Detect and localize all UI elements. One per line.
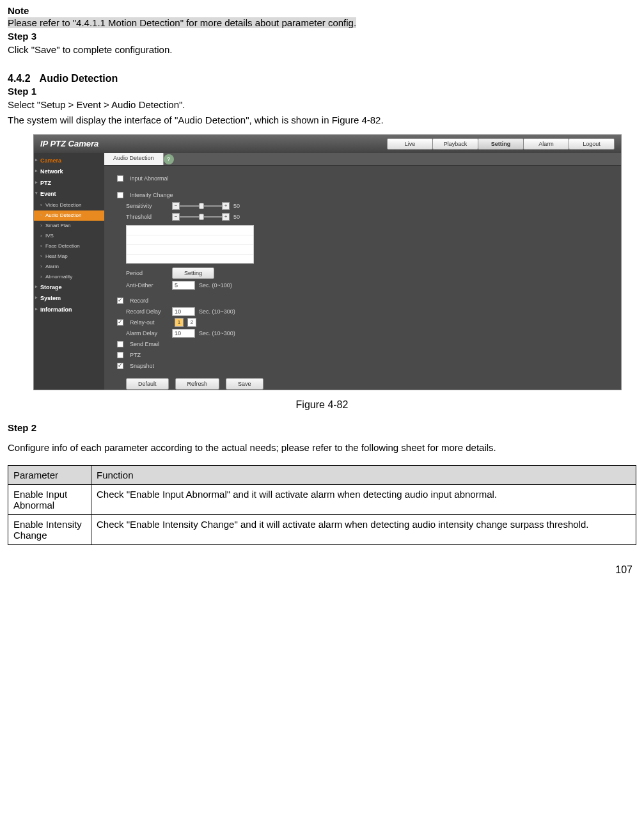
sidebar-item-audio-detection[interactable]: Audio Detection [34, 210, 104, 221]
checkbox-record[interactable] [117, 297, 123, 304]
top-nav: Live Playback Setting Alarm Logout [388, 138, 615, 150]
parameter-table: Parameter Function Enable Input Abnormal… [8, 465, 636, 545]
section-heading: 4.4.2Audio Detection [8, 73, 636, 84]
checkbox-snapshot[interactable] [117, 363, 123, 369]
minus-icon[interactable]: − [172, 213, 180, 221]
slider-sensitivity[interactable]: −+ [172, 203, 230, 209]
sidebar-item-smart-plan[interactable]: Smart Plan [34, 221, 104, 231]
checkbox-ptz[interactable] [117, 352, 123, 358]
label-intensity-change: Intensity Change [130, 192, 173, 198]
nav-live[interactable]: Live [387, 138, 433, 150]
cell-func: Check "Enable Input Abnormal" and it wil… [91, 485, 636, 515]
label-ptz: PTZ [130, 352, 141, 358]
anti-dither-input[interactable]: 5 [172, 281, 195, 290]
sidebar-item-system[interactable]: System [34, 293, 104, 305]
label-threshold: Threshold [126, 214, 168, 220]
app-logo: IP PTZ Camera [40, 139, 98, 148]
sidebar-item-ptz[interactable]: PTZ [34, 178, 104, 189]
step3-body: Click "Save" to complete configuration. [8, 43, 636, 58]
cell-param: Enable Intensity Change [8, 515, 91, 545]
form: Input Abnormal Intensity Change Sensitiv… [104, 166, 621, 396]
sidebar-item-network[interactable]: Network [34, 166, 104, 178]
checkbox-input-abnormal[interactable] [117, 175, 123, 182]
default-button[interactable]: Default [126, 378, 169, 390]
plus-icon[interactable]: + [222, 202, 230, 210]
sidebar-item-event[interactable]: Event [34, 189, 104, 200]
section-number: 4.4.2 [8, 73, 31, 84]
sidebar-item-storage[interactable]: Storage [34, 282, 104, 294]
nav-logout[interactable]: Logout [569, 138, 615, 150]
sensitivity-value: 50 [233, 203, 240, 209]
period-setting-button[interactable]: Setting [172, 267, 214, 279]
label-record: Record [130, 297, 148, 304]
checkbox-send-email[interactable] [117, 341, 123, 347]
table-row: Enable Input Abnormal Check "Enable Inpu… [8, 485, 636, 515]
step2-title: Step 2 [8, 422, 636, 433]
table-row: Enable Intensity Change Check "Enable In… [8, 515, 636, 545]
note-body: Please refer to "4.4.1.1 Motion Detectio… [8, 17, 356, 28]
figure-caption: Figure 4-82 [8, 399, 636, 411]
sidebar-item-information[interactable]: Information [34, 305, 104, 316]
sidebar-item-heat-map[interactable]: Heat Map [34, 251, 104, 262]
table-header-parameter: Parameter [8, 466, 91, 485]
step1-line1: Select "Setup > Event > Audio Detection"… [8, 98, 636, 113]
label-anti-dither: Anti-Dither [126, 282, 168, 289]
slider-threshold[interactable]: −+ [172, 214, 230, 220]
refresh-button[interactable]: Refresh [175, 378, 220, 390]
table-header-function: Function [91, 466, 636, 485]
sidebar-item-abnormality[interactable]: Abnormality [34, 272, 104, 282]
step1-line2: The system will display the interface of… [8, 113, 636, 128]
relay-1-button[interactable]: 1 [175, 318, 184, 327]
note-title: Note [8, 5, 636, 16]
titlebar: IP PTZ Camera Live Playback Setting Alar… [34, 135, 621, 153]
screenshot-figure: IP PTZ Camera Live Playback Setting Alar… [33, 134, 622, 390]
threshold-value: 50 [233, 214, 240, 220]
checkbox-intensity-change[interactable] [117, 192, 123, 198]
plus-icon[interactable]: + [222, 213, 230, 221]
label-record-delay: Record Delay [126, 308, 168, 315]
alarm-delay-input[interactable]: 10 [172, 329, 195, 338]
sidebar-item-face-detection[interactable]: Face Detection [34, 241, 104, 251]
label-relay-out: Relay-out [130, 319, 171, 326]
tab-audio-detection[interactable]: Audio Detection [104, 153, 164, 165]
label-alarm-delay: Alarm Delay [126, 330, 168, 337]
nav-playback[interactable]: Playback [432, 138, 478, 150]
sidebar: Camera Network PTZ Event Video Detection… [34, 153, 104, 390]
page-number: 107 [8, 564, 636, 576]
cell-func: Check "Enable Intensity Change" and it w… [91, 515, 636, 545]
save-button[interactable]: Save [226, 378, 263, 390]
waveform-chart [126, 225, 254, 264]
nav-setting[interactable]: Setting [478, 138, 524, 150]
alarm-delay-unit: Sec. (10~300) [199, 330, 235, 337]
nav-alarm[interactable]: Alarm [523, 138, 569, 150]
label-period: Period [126, 270, 168, 276]
minus-icon[interactable]: − [172, 202, 180, 210]
main-panel: Audio Detection ? Input Abnormal Intensi… [104, 153, 621, 390]
anti-dither-unit: Sec. (0~100) [199, 282, 232, 289]
step2-body: Configure info of each parameter accordi… [8, 441, 636, 456]
label-input-abnormal: Input Abnormal [130, 175, 169, 182]
label-sensitivity: Sensitivity [126, 203, 168, 209]
record-delay-input[interactable]: 10 [172, 307, 195, 316]
label-snapshot: Snapshot [130, 363, 154, 369]
checkbox-relay-out[interactable] [117, 319, 123, 326]
sidebar-item-video-detection[interactable]: Video Detection [34, 200, 104, 210]
section-title: Audio Detection [40, 73, 118, 84]
tabbar: Audio Detection ? [104, 153, 621, 166]
relay-2-button[interactable]: 2 [187, 318, 196, 327]
record-delay-unit: Sec. (10~300) [199, 308, 235, 315]
cell-param: Enable Input Abnormal [8, 485, 91, 515]
label-send-email: Send Email [130, 341, 159, 347]
sidebar-item-camera[interactable]: Camera [34, 155, 104, 167]
step3-title: Step 3 [8, 31, 636, 42]
sidebar-item-ivs[interactable]: IVS [34, 231, 104, 241]
sidebar-item-alarm[interactable]: Alarm [34, 262, 104, 272]
step1-title: Step 1 [8, 86, 636, 97]
help-icon[interactable]: ? [164, 154, 174, 164]
